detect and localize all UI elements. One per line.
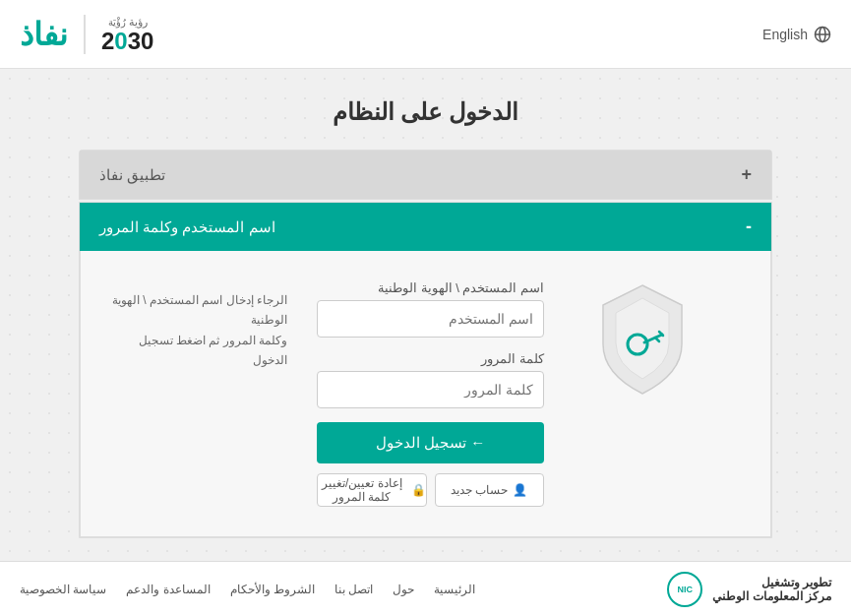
page-title: الدخول على النظام xyxy=(79,98,772,126)
new-account-label: حساب جديد xyxy=(451,483,508,497)
footer-link[interactable]: الرئيسية xyxy=(434,583,475,596)
login-form: اسم المستخدم \ الهوية الوطنية كلمة المرو… xyxy=(317,280,544,507)
org-label: تطوير وتشغيل مركز المعلومات الوطني xyxy=(712,576,831,603)
login-form-area: اسم المستخدم \ الهوية الوطنية كلمة المرو… xyxy=(80,251,771,537)
header: English رؤية رُؤْيَة 2030 نفاذ xyxy=(0,0,851,69)
password-input[interactable] xyxy=(317,371,544,408)
nafaz-app-expand-icon: + xyxy=(741,164,752,185)
nic-label: NIC xyxy=(678,585,694,594)
username-label: اسم المستخدم \ الهوية الوطنية xyxy=(317,280,544,295)
vision-number: 2030 xyxy=(101,30,153,53)
globe-icon xyxy=(814,26,831,43)
footer-link[interactable]: اتصل بنا xyxy=(334,583,373,596)
footer: تطوير وتشغيل مركز المعلومات الوطني NIC ا… xyxy=(0,561,851,616)
footer-links: الرئيسيةحولاتصل بناالشروط والأحكامالمساع… xyxy=(20,583,475,596)
nafaz-logo: نفاذ xyxy=(20,16,68,53)
reset-password-label: إعادة تعيين/تغيير كلمة المرور xyxy=(318,476,406,504)
new-account-button[interactable]: 👤 حساب جديد xyxy=(435,473,545,507)
header-divider xyxy=(84,15,86,54)
login-button[interactable]: ← تسجيل الدخول xyxy=(317,422,544,463)
footer-link[interactable]: سياسة الخصوصية xyxy=(20,583,106,596)
instruction-line1: الرجاء إدخال اسم المستخدم \ الهوية الوطن… xyxy=(112,293,287,327)
language-selector[interactable]: English xyxy=(762,26,831,43)
footer-link[interactable]: حول xyxy=(393,583,414,596)
nic-badge: NIC xyxy=(667,572,702,607)
develop-label: تطوير وتشغيل xyxy=(761,576,831,589)
form-illustration xyxy=(574,280,711,399)
nafaz-app-accordion-item: + تطبيق نفاذ xyxy=(79,150,772,200)
nafaz-app-label: تطبيق نفاذ xyxy=(99,166,165,184)
nafaz-app-accordion-header[interactable]: + تطبيق نفاذ xyxy=(80,151,771,199)
username-input[interactable] xyxy=(317,300,544,338)
language-label: English xyxy=(762,27,808,42)
header-logos: رؤية رُؤْيَة 2030 نفاذ xyxy=(20,15,153,54)
footer-link[interactable]: المساعدة والدعم xyxy=(126,583,210,596)
password-label: كلمة المرور xyxy=(317,351,544,366)
footer-right: تطوير وتشغيل مركز المعلومات الوطني NIC xyxy=(667,572,831,607)
footer-link[interactable]: الشروط والأحكام xyxy=(230,583,315,596)
main-content: الدخول على النظام + تطبيق نفاذ - اسم الم… xyxy=(0,69,851,570)
instruction-line2: وكلمة المرور ثم اضغط تسجيل الدخول xyxy=(139,334,287,367)
vision-logo: رؤية رُؤْيَة 2030 xyxy=(101,15,153,52)
form-instruction: الرجاء إدخال اسم المستخدم \ الهوية الوطن… xyxy=(110,290,287,371)
accordion: + تطبيق نفاذ - اسم المستخدم وكلمة المرور xyxy=(79,150,772,540)
reset-password-icon: 🔒 xyxy=(411,483,426,497)
new-account-icon: 👤 xyxy=(513,483,527,497)
login-button-label: ← تسجيل الدخول xyxy=(376,434,485,452)
username-collapse-icon: - xyxy=(746,216,752,237)
username-accordion-item: - اسم المستخدم وكلمة المرور xyxy=(79,202,772,538)
username-section-label: اسم المستخدم وكلمة المرور xyxy=(99,218,275,236)
username-accordion-header[interactable]: - اسم المستخدم وكلمة المرور xyxy=(80,203,771,251)
shield-illustration xyxy=(588,280,697,399)
reset-password-button[interactable]: 🔒 إعادة تعيين/تغيير كلمة المرور xyxy=(317,473,427,507)
org-name: مركز المعلومات الوطني xyxy=(712,589,831,603)
secondary-buttons: 👤 حساب جديد 🔒 إعادة تعيين/تغيير كلمة الم… xyxy=(317,473,544,507)
